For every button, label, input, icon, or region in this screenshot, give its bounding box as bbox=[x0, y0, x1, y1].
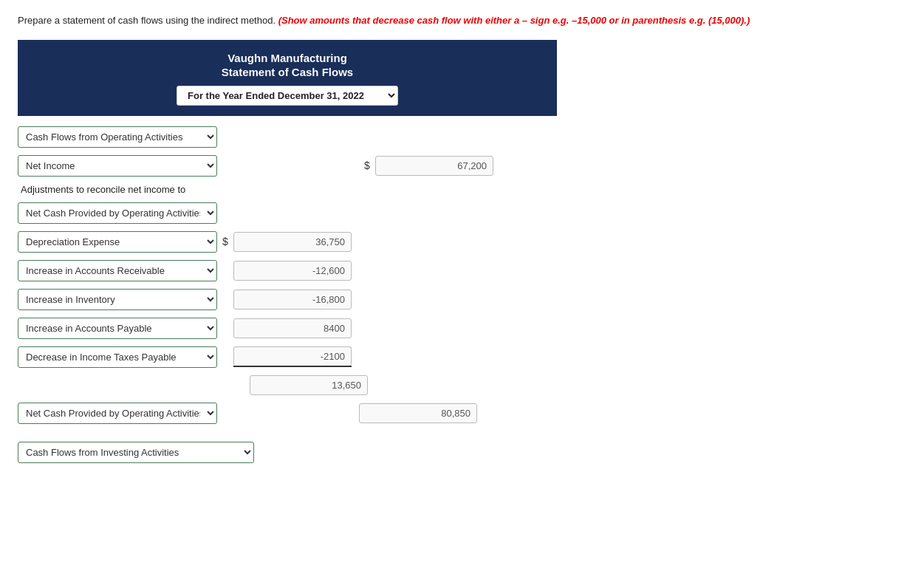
statement-title: Statement of Cash Flows bbox=[32, 66, 542, 78]
row-net-cash-total: Net Cash Provided by Operating Activitie… bbox=[18, 403, 557, 424]
row-subtotal bbox=[18, 375, 557, 395]
instruction-main: Prepare a statement of cash flows using … bbox=[18, 15, 276, 26]
select-inventory[interactable]: Increase in Inventory bbox=[18, 289, 217, 310]
row-cash-flows-investing: Cash Flows from Investing Activities bbox=[18, 442, 557, 463]
instruction-highlight: (Show amounts that decrease cash flow wi… bbox=[278, 15, 750, 26]
year-select[interactable]: For the Year Ended December 31, 2022 bbox=[177, 86, 398, 106]
input-inventory[interactable] bbox=[233, 290, 352, 309]
row-cash-flows-operating: Cash Flows from Operating Activities bbox=[18, 126, 557, 148]
company-name: Vaughn Manufacturing bbox=[32, 52, 542, 64]
select-cash-flows-investing[interactable]: Cash Flows from Investing Activities bbox=[18, 442, 254, 463]
row-accounts-payable: Increase in Accounts Payable bbox=[18, 318, 557, 339]
input-subtotal[interactable] bbox=[250, 375, 368, 395]
adjustments-label: Adjustments to reconcile net income to bbox=[18, 184, 557, 195]
select-accounts-receivable[interactable]: Increase in Accounts Receivable bbox=[18, 260, 217, 281]
select-net-income[interactable]: Net Income bbox=[18, 155, 217, 177]
select-income-taxes[interactable]: Decrease in Income Taxes Payable bbox=[18, 346, 217, 368]
select-net-cash-header[interactable]: Net Cash Provided by Operating Activitie… bbox=[18, 202, 217, 224]
input-net-cash-total[interactable] bbox=[359, 403, 477, 423]
input-net-income[interactable] bbox=[375, 156, 493, 176]
select-depreciation[interactable]: Depreciation Expense bbox=[18, 231, 217, 253]
input-accounts-payable[interactable] bbox=[233, 318, 352, 338]
statement-body: Cash Flows from Operating Activities Net… bbox=[18, 116, 557, 478]
row-net-cash-header: Net Cash Provided by Operating Activitie… bbox=[18, 202, 557, 224]
row-net-income: Net Income $ bbox=[18, 155, 557, 177]
row-income-taxes: Decrease in Income Taxes Payable bbox=[18, 346, 557, 368]
instruction-text: Prepare a statement of cash flows using … bbox=[18, 13, 906, 28]
row-depreciation: Depreciation Expense $ bbox=[18, 231, 557, 253]
statement-header: Vaughn Manufacturing Statement of Cash F… bbox=[18, 40, 557, 116]
input-depreciation[interactable] bbox=[233, 232, 352, 252]
select-net-cash-total[interactable]: Net Cash Provided by Operating Activitie… bbox=[18, 403, 217, 424]
dollar-sign-net-income: $ bbox=[359, 160, 375, 171]
row-inventory: Increase in Inventory bbox=[18, 289, 557, 310]
input-accounts-receivable[interactable] bbox=[233, 261, 352, 281]
input-income-taxes[interactable] bbox=[233, 346, 352, 366]
select-accounts-payable[interactable]: Increase in Accounts Payable bbox=[18, 318, 217, 339]
select-cash-flows-operating[interactable]: Cash Flows from Operating Activities bbox=[18, 126, 217, 148]
dollar-sign-depreciation: $ bbox=[217, 236, 233, 247]
row-accounts-receivable: Increase in Accounts Receivable bbox=[18, 260, 557, 281]
